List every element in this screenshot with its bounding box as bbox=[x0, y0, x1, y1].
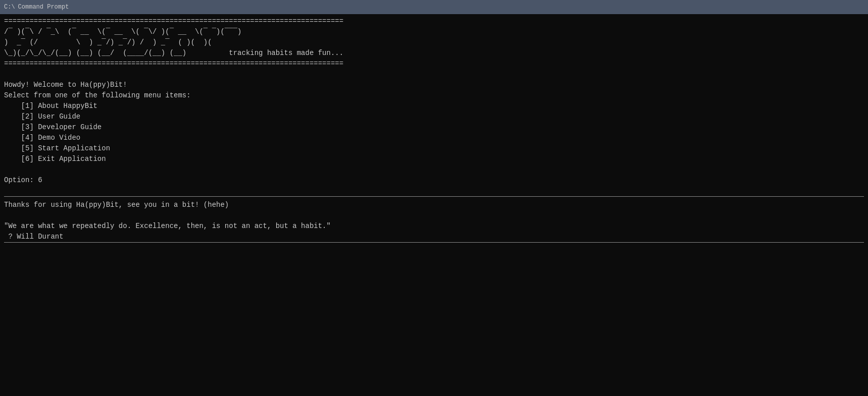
bottom-hr bbox=[4, 242, 864, 243]
title-bar: C:\ Command Prompt bbox=[0, 0, 868, 14]
window-title: Command Prompt bbox=[18, 4, 69, 11]
cmd-icon: C:\ bbox=[4, 4, 15, 11]
separator-hr bbox=[4, 196, 864, 197]
terminal-content: ========================================… bbox=[4, 16, 864, 196]
terminal-body: ========================================… bbox=[0, 14, 868, 396]
terminal-content-2: Thanks for using Ha(ppy)Bit, see you in … bbox=[4, 200, 864, 242]
